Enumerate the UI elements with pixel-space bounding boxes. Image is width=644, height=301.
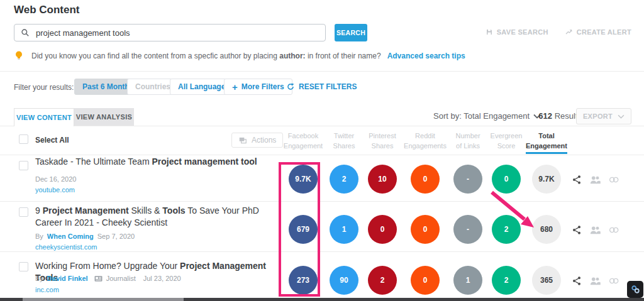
- chevron-down-icon: [618, 114, 625, 119]
- number-of-links-value: 1: [453, 266, 482, 295]
- row-title[interactable]: 9 Project Management Skills & Tools To S…: [35, 205, 288, 229]
- create-alert-label: CREATE ALERT: [577, 28, 631, 36]
- active-sort-underline: [526, 152, 567, 154]
- facebook-engagement-value: 9.7K: [289, 165, 318, 194]
- advanced-search-tips-link[interactable]: Advanced search tips: [387, 52, 465, 60]
- twitter-shares-value: 1: [330, 215, 358, 244]
- create-alert-button[interactable]: CREATE ALERT: [565, 28, 631, 36]
- by-label: By: [35, 275, 43, 282]
- save-search-label: SAVE SEARCH: [497, 28, 548, 36]
- row-meta: By David Finkel Journalist Jul 23, 2020: [35, 275, 181, 282]
- row-date: Dec 16, 2020: [35, 175, 76, 183]
- author-role: Journalist: [106, 275, 136, 282]
- more-filters-button[interactable]: + More Filters: [224, 79, 292, 95]
- share-icon[interactable]: [571, 224, 582, 235]
- link-extension-badge[interactable]: [627, 281, 643, 298]
- sharers-icon[interactable]: [590, 224, 601, 235]
- by-label: By: [35, 233, 43, 240]
- backlinks-icon[interactable]: [609, 174, 619, 185]
- select-all-checkbox[interactable]: [19, 134, 28, 144]
- row-checkbox[interactable]: [19, 161, 28, 170]
- evergreen-score-value: 2: [492, 215, 521, 244]
- author-link[interactable]: When Coming: [47, 233, 94, 240]
- table-header-border: [0, 155, 644, 155]
- backlinks-icon[interactable]: [609, 275, 619, 286]
- sort-by-dropdown[interactable]: Sort by: Total Engagement: [433, 111, 541, 121]
- reddit-engagements-value: 0: [411, 215, 440, 244]
- save-search-button[interactable]: SAVE SEARCH: [486, 28, 548, 36]
- row-domain-link[interactable]: youtube.com: [35, 186, 75, 194]
- row-date: Sep 7, 2020: [97, 233, 135, 240]
- row-actions: [571, 275, 619, 286]
- total-engagement-value: 9.7K: [532, 165, 561, 194]
- row-divider: [0, 201, 644, 202]
- row-actions: [571, 174, 619, 185]
- horizontal-scrollbar[interactable]: [0, 298, 644, 301]
- row-divider: [0, 251, 644, 252]
- tab-view-content[interactable]: VIEW CONTENT: [14, 108, 74, 126]
- row-actions: [571, 224, 619, 235]
- pinterest-shares-value: 2: [368, 266, 397, 295]
- evergreen-score-value: 2: [492, 266, 521, 295]
- tip-row: Did you know you can find all the conten…: [15, 51, 465, 61]
- column-header-facebook[interactable]: FacebookEngagement: [280, 131, 326, 151]
- row-meta: By When Coming Sep 7, 2020: [35, 233, 135, 240]
- share-icon[interactable]: [571, 174, 582, 185]
- backlinks-icon[interactable]: [609, 224, 619, 235]
- chain-link-icon: [631, 285, 640, 294]
- pinterest-shares-value: 0: [368, 215, 397, 244]
- column-header-reddit[interactable]: RedditEngagements: [402, 131, 448, 151]
- sort-by-label: Sort by: Total Engagement: [433, 111, 530, 121]
- web-content-page: Web Content SEARCH SAVE SEARCH CREATE AL…: [0, 0, 644, 301]
- search-input[interactable]: [36, 28, 319, 38]
- column-header-pinterest[interactable]: PinterestShares: [360, 131, 405, 151]
- author-link[interactable]: David Finkel: [47, 275, 88, 282]
- twitter-shares-value: 90: [330, 266, 358, 295]
- reset-icon: [286, 82, 295, 91]
- row-domain-link[interactable]: inc.com: [35, 286, 59, 293]
- actions-button[interactable]: Actions: [231, 133, 283, 148]
- pinterest-shares-value: 10: [368, 165, 397, 194]
- save-icon: [486, 28, 493, 36]
- column-header-evergreen[interactable]: EvergreenScore: [484, 131, 529, 151]
- search-box[interactable]: [14, 24, 326, 41]
- header-divider: [0, 71, 644, 72]
- row-date: Jul 23, 2020: [143, 275, 181, 282]
- reddit-engagements-value: 0: [411, 266, 440, 295]
- facebook-engagement-value: 273: [289, 266, 318, 295]
- scrollbar-thumb[interactable]: [23, 298, 184, 301]
- total-engagement-value: 680: [532, 215, 561, 244]
- journalist-badge-icon: [94, 275, 103, 282]
- share-icon[interactable]: [571, 275, 582, 286]
- total-engagement-value: 365: [532, 266, 561, 295]
- table-top-border: [0, 126, 644, 126]
- sharers-icon[interactable]: [590, 275, 601, 286]
- evergreen-score-value: 0: [492, 165, 521, 194]
- row-title[interactable]: Taskade - The Ultimate Team Project mana…: [35, 156, 288, 168]
- filter-results-label: Filter your results:: [14, 83, 74, 92]
- reddit-engagements-value: 0: [411, 165, 440, 194]
- reset-filters-label: RESET FILTERS: [299, 82, 357, 91]
- number-of-links-value: -: [453, 165, 482, 194]
- reset-filters-button[interactable]: RESET FILTERS: [286, 79, 357, 95]
- row-checkbox[interactable]: [19, 207, 28, 217]
- column-header-total-engagement[interactable]: TotalEngagement: [524, 131, 569, 151]
- facebook-engagement-value: 679: [289, 215, 318, 244]
- search-button[interactable]: SEARCH: [335, 24, 367, 41]
- more-filters-label: More Filters: [242, 82, 284, 91]
- search-icon: [21, 28, 30, 37]
- page-title: Web Content: [14, 4, 80, 16]
- tip-text: Did you know you can find all the conten…: [31, 52, 381, 60]
- row-checkbox[interactable]: [19, 262, 28, 271]
- results-count: 612 Results: [538, 111, 582, 121]
- actions-label: Actions: [252, 136, 276, 145]
- sharers-icon[interactable]: [590, 174, 601, 185]
- lightbulb-icon: [15, 51, 23, 61]
- row-meta: Dec 16, 2020: [35, 175, 76, 183]
- select-all-label: Select All: [35, 136, 69, 145]
- twitter-shares-value: 2: [330, 165, 358, 194]
- export-button[interactable]: EXPORT: [576, 108, 631, 124]
- actions-icon: [238, 136, 247, 144]
- tab-view-analysis[interactable]: VIEW ANALYSIS: [74, 108, 134, 126]
- row-domain-link[interactable]: cheekyscientist.com: [35, 243, 97, 251]
